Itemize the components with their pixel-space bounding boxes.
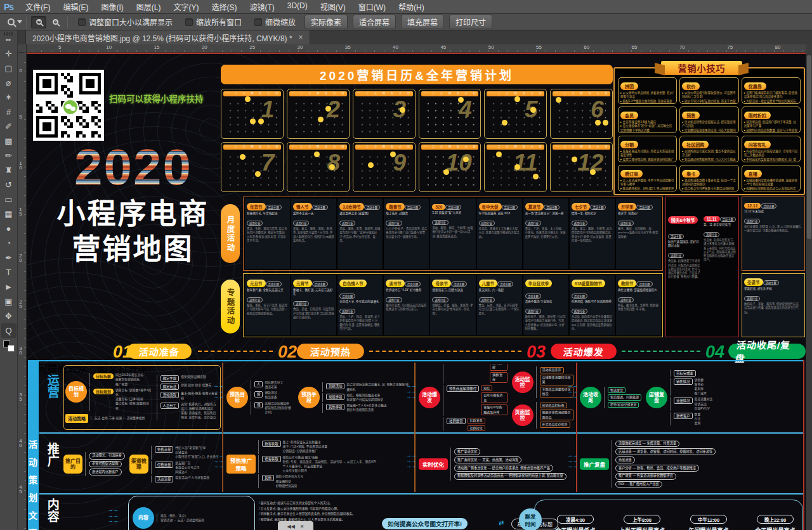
activity-title: 母亲节 xyxy=(432,280,451,287)
background-color-swatch[interactable] xyxy=(8,345,15,352)
zoom-all-windows-checkbox[interactable]: 缩放所有窗口 xyxy=(185,16,242,27)
close-icon[interactable]: ✕ xyxy=(300,524,304,529)
activity-card: 开学季活动主题收开学, 惊喜价!适用行业图书、教育、文具数码、加purchase… xyxy=(616,198,661,269)
zoom-tool[interactable]: Q xyxy=(1,323,16,338)
activity-theme: 爱你不止这一天 xyxy=(293,212,334,216)
magic-wand-tool[interactable]: ✶ xyxy=(1,90,16,105)
clone-stamp-tool[interactable]: ♜ xyxy=(1,163,16,178)
strategy-cell: 目标规划目标拆解同比2019年增长目标拆解到各营销指标推广预算目标规划销售目标:… xyxy=(63,365,221,430)
special-band-label: 专题活动 xyxy=(221,280,240,333)
branch-line: 裂变活动/个人号好友裂变 xyxy=(175,475,209,480)
gradient-tool[interactable]: ▦ xyxy=(1,207,16,221)
menu-文字[interactable]: 文字(Y) xyxy=(167,1,205,12)
activity-card: 618盛夏购物节活动主题仲夏风情, 嗨购 618 狂欢购物季适用行业全品类, 面… xyxy=(570,275,615,335)
hand-tool[interactable]: ✥ xyxy=(1,309,16,323)
menu-图像[interactable]: 图像(I) xyxy=(95,1,129,12)
mindmap-node: 推广复盘 xyxy=(580,458,609,470)
scrubby-zoom-checkbox[interactable]: 细微缩放 xyxy=(254,16,296,27)
crop-tool[interactable]: # xyxy=(1,105,16,119)
mindmap-cluster: 确定主题借势营销/品牌定制确定玩法拼团·砍价·秒杀·优惠券活动流程蓄水-预热-爆… xyxy=(157,374,219,420)
color-swatches[interactable] xyxy=(3,340,15,352)
activity-theme: 圣诞狂欢, 好礼乐不停 xyxy=(744,287,802,291)
mindmap-cluster: 渠道梳理免费流量经纪人员/"老带新"分享店铺会员小程序官方"发现"入口, 企业员… xyxy=(129,445,219,483)
branch-line: 短信、模板消息触达老客 xyxy=(346,393,383,398)
branch-label: 确定主题 xyxy=(160,375,180,382)
brush-tool[interactable]: ✏ xyxy=(1,148,16,163)
theme-tag: 活动主题 xyxy=(636,281,652,287)
side-label-char: 动 xyxy=(29,455,37,468)
timeline-label: 群发 时间 xyxy=(519,508,542,530)
zoom-tool-icon[interactable] xyxy=(8,18,22,25)
theme-tag: 活动主题 xyxy=(445,205,461,210)
mindmap-node: 页面监控 xyxy=(512,404,534,426)
tip-line: ▸ 设置合理分佣比例, 激励分销员持续推广传播 xyxy=(620,158,674,162)
marquee-tool[interactable]: ▢ xyxy=(1,61,16,75)
branch-line: 玩法·会场·节奏·氛围 — 活动整体规划 xyxy=(95,416,145,420)
move-tool[interactable]: ✛ xyxy=(1,46,16,61)
branch-line: 推广效果 — 各渠道流量转化数据评估 xyxy=(615,473,676,480)
rewind-icon[interactable]: ◀◀ xyxy=(287,524,294,529)
healing-brush-tool[interactable]: ▩ xyxy=(1,134,16,148)
print-size-button[interactable]: 打印尺寸 xyxy=(449,15,492,29)
ruler-number: 20 xyxy=(202,44,207,50)
minimized-overlay-chip[interactable]: ◀◀✕ xyxy=(278,521,313,530)
tool-preset-caret[interactable] xyxy=(17,20,22,23)
pen-tool[interactable]: ✒ xyxy=(1,250,16,265)
dodge-tool[interactable]: ◔ xyxy=(1,236,16,250)
ruler-number: 15 xyxy=(154,44,160,50)
weekday-label: 二 xyxy=(498,146,501,148)
type-tool[interactable]: T xyxy=(1,265,16,280)
zoom-in-button[interactable]: + xyxy=(31,16,46,29)
eraser-tool[interactable]: ▭ xyxy=(1,192,16,207)
calendar-highlight-date xyxy=(514,96,520,102)
branch-line: 分销裂变: 分销商造势推广 xyxy=(283,449,328,453)
weekday-label: 一 xyxy=(424,93,426,95)
blur-tool[interactable]: ● xyxy=(1,221,16,236)
branch-lines: 微信公众号推送 图文/海报短信: 专柜、商品锁定、活动预告、活动引导 ← 从员工… xyxy=(283,455,376,474)
menu-窗口[interactable]: 窗口(W) xyxy=(352,1,392,12)
scrollbar-thumb[interactable] xyxy=(807,55,811,239)
path-select-tool[interactable]: ► xyxy=(1,280,16,294)
menu-bar: Ps 文件(F)编辑(E)图像(I)图层(L)文字(Y)选择(S)滤镜(T)3D… xyxy=(0,0,812,14)
menu-选择[interactable]: 选择(S) xyxy=(205,1,243,12)
mindmap-branches: 活动曝光、引流获客老客付费促活复购激活站内沉默客户 xyxy=(85,451,125,477)
lasso-tool[interactable]: ⌀ xyxy=(1,75,16,90)
tip-card: 社区团购▸ 以团购商品引发社区团, 重点不要商品以次充好▸ 新品通过预售联预售期… xyxy=(679,136,738,162)
tab-close-icon[interactable]: × xyxy=(299,33,303,42)
actual-pixels-button[interactable]: 实际像素 xyxy=(304,15,348,29)
menu-帮助[interactable]: 帮助(H) xyxy=(392,1,431,12)
mindmap-branches: 目标拆解同比2019年增长目标拆解到各营销指标推广预算目标规划销售目标: 销售额… xyxy=(89,372,152,411)
tip-card-label: 砍价 xyxy=(682,82,700,90)
document-canvas[interactable]: 扫码可以获得小程序扶持 2020 小程序电商 营销地图 2020营销日历&全年营… xyxy=(27,53,806,530)
tip-card-label: 拼团 xyxy=(620,82,638,90)
resize-window-checkbox[interactable]: 调整窗口大小以满屏显示 xyxy=(78,16,173,27)
side-label-char: 活 xyxy=(29,437,37,450)
menu-3D[interactable]: 3D(D) xyxy=(281,1,314,12)
document-tab[interactable]: 2020小程序电商营销地图.jpg @ 12.5% (扫码可以获得小程序扶持, … xyxy=(25,30,310,44)
collapse-chevron-icon[interactable]: ▸▸ xyxy=(6,37,11,42)
vertical-scrollbar[interactable] xyxy=(806,53,812,530)
ruler-number: 80 xyxy=(775,44,781,50)
mindmap-node: 活动爆发 xyxy=(419,387,440,408)
branch-line: 销售额 xyxy=(695,378,707,382)
menu-编辑[interactable]: 编辑(E) xyxy=(56,1,95,12)
fill-screen-button[interactable]: 填充屏幕 xyxy=(401,15,444,29)
menu-滤镜[interactable]: 滤镜(T) xyxy=(243,1,280,12)
zoom-out-button[interactable]: − xyxy=(48,16,63,29)
menu-图层[interactable]: 图层(L) xyxy=(130,1,167,12)
menu-视图[interactable]: 视图(V) xyxy=(314,1,352,12)
weekday-label: 一 xyxy=(490,146,492,148)
activity-card: 教师节活动主题再忙过教师, 是最值得感谢的人适用行业鲜花、图书文具、生鲜等, 借… xyxy=(616,275,661,335)
panel-grip[interactable] xyxy=(4,32,14,36)
weekday-label: 四 xyxy=(514,146,517,148)
weekday-label: 日 xyxy=(407,93,410,95)
fit-screen-button[interactable]: 适合屏幕 xyxy=(353,15,396,29)
weekday-label: 四 xyxy=(317,146,319,148)
headline-style-line: 疑问互动式: 阅读与自己有关的文章是每个人的天分。 xyxy=(259,501,383,507)
weekday-label: 六 xyxy=(465,146,468,148)
menu-文件[interactable]: 文件(F) xyxy=(19,1,56,12)
shape-tool[interactable]: ▣ xyxy=(1,294,16,309)
history-brush-tool[interactable]: ↺ xyxy=(1,178,16,192)
eyedropper-tool[interactable]: ✐ xyxy=(1,119,16,134)
mindmap-branch: 销售情况销售额客单价毛利率推广成本 xyxy=(670,378,712,396)
